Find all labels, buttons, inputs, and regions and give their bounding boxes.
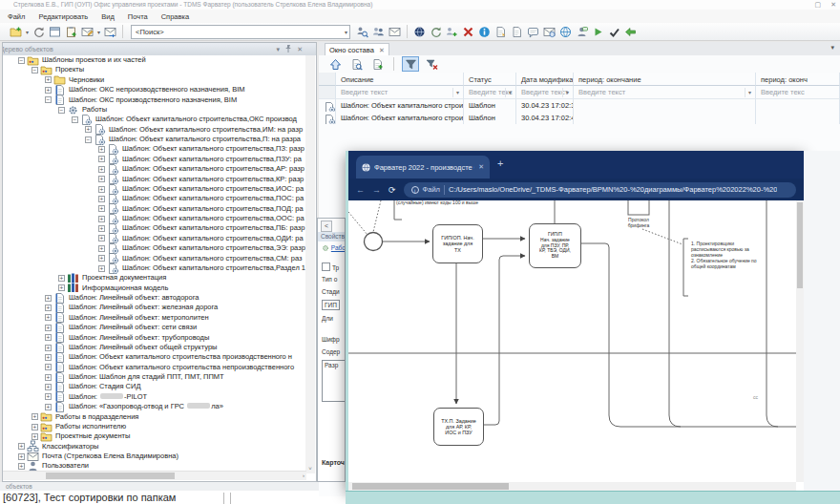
toolbar-contact-search-button[interactable] <box>354 24 370 39</box>
expand-icon[interactable]: + <box>45 295 52 302</box>
browser-vertical-scrollbar[interactable] <box>796 200 804 482</box>
table-row[interactable]: Шаблон: Объект капитального строительс..… <box>319 112 840 124</box>
tree-item[interactable]: −Шаблон: Объект капитального строительст… <box>3 115 306 124</box>
toolbar-refresh-button[interactable] <box>31 24 47 39</box>
expand-icon[interactable]: + <box>32 413 38 420</box>
tree-item[interactable]: +Шаблон: Объект капитального строительст… <box>3 144 306 154</box>
expand-icon[interactable]: + <box>98 205 105 212</box>
menu-item-1[interactable]: Редактировать <box>38 12 88 21</box>
expand-icon[interactable]: + <box>18 453 25 460</box>
comp-preview-button[interactable] <box>347 56 365 72</box>
toolbar-delete-x-button[interactable] <box>460 24 476 39</box>
expand-icon[interactable]: + <box>45 404 52 410</box>
expand-icon[interactable]: + <box>58 275 65 282</box>
close-button[interactable]: ✕ <box>830 0 836 10</box>
tree-item[interactable]: +Шаблон: Шаблон для стадий ППТ, ПМТ, ППМ… <box>3 372 306 382</box>
toolbar-apply-check-button[interactable] <box>606 24 622 39</box>
filter-cell[interactable]: Введите текс▾ <box>464 86 516 99</box>
tree-item[interactable]: +Проектная документация <box>3 273 306 283</box>
comp-export-add-button[interactable] <box>368 56 386 72</box>
expand-icon[interactable]: + <box>98 176 105 182</box>
expand-icon[interactable]: + <box>45 87 52 94</box>
tree-item[interactable]: −Проекты <box>3 65 306 74</box>
tree-item[interactable]: +Проектные документы <box>3 431 306 441</box>
dropdown-icon[interactable]: ▾ <box>95 29 102 35</box>
tree-item[interactable]: +Шаблон: Линейный объект: метрополитен <box>3 313 306 323</box>
tree-vertical-scrollbar[interactable]: ˅ <box>305 55 315 473</box>
tree-item[interactable]: +Шаблон: -PILOT <box>3 392 306 402</box>
page-info-icon[interactable]: i <box>411 186 419 194</box>
tree-item[interactable]: +Шаблон: Линейный объект: трубопроводы <box>3 333 306 343</box>
tab-composition[interactable]: Окно состава ✕ <box>325 43 389 56</box>
toolbar-back-arrow-button[interactable] <box>622 24 639 39</box>
expand-icon[interactable]: + <box>45 345 52 351</box>
url-field[interactable]: i Файл C:/Users/maslo/OneDrive/_TDMS-Фар… <box>404 182 796 198</box>
tree-item[interactable]: +Классификаторы <box>3 442 306 452</box>
card-tab[interactable]: Карточка <box>322 459 346 466</box>
forward-icon[interactable]: → <box>372 185 381 195</box>
menu-item-4[interactable]: Справка <box>161 12 189 21</box>
toolbar-refresh-circle-button[interactable] <box>428 24 444 39</box>
tree-item[interactable]: +Шаблон: ОКС непроизводственного назначе… <box>3 85 306 94</box>
expand-icon[interactable]: + <box>45 393 52 400</box>
comp-funnel-clear-button[interactable] <box>423 56 440 72</box>
expand-icon[interactable]: + <box>45 304 52 311</box>
collapse-icon[interactable]: − <box>45 96 52 103</box>
comp-funnel-button[interactable] <box>402 56 419 72</box>
tree-item[interactable]: +Шаблон: Объект капитального строительст… <box>3 263 306 273</box>
object-link[interactable]: Работа <box>322 244 346 252</box>
props-input-gip[interactable]: ГИП <box>322 300 340 310</box>
expand-icon[interactable]: + <box>85 126 92 133</box>
tree-item[interactable]: +Шаблон: Объект капитального строительст… <box>3 204 306 214</box>
dropdown-icon[interactable]: ▾ <box>562 88 572 97</box>
dropdown-icon[interactable]: ▾ <box>505 88 514 97</box>
table-row[interactable]: Шаблон: Объект капитального строительс..… <box>319 99 840 112</box>
expand-icon[interactable]: + <box>45 354 52 361</box>
toolbar-notes-button[interactable] <box>493 24 509 39</box>
expand-icon[interactable]: + <box>45 314 52 321</box>
toolbar-user-chat-button[interactable] <box>574 24 590 39</box>
expand-icon[interactable]: + <box>58 284 65 291</box>
toolbar-mail-button[interactable] <box>387 24 403 39</box>
collapse-icon[interactable]: − <box>32 67 38 74</box>
tree-item[interactable]: +Шаблон: Линейный объект общей структуры <box>3 343 306 352</box>
toolbar-globe-button[interactable] <box>557 24 574 39</box>
tree-item[interactable]: −Шаблон: Объект капитального строительст… <box>3 135 306 144</box>
expand-icon[interactable]: + <box>32 433 38 440</box>
expand-icon[interactable]: + <box>45 76 52 83</box>
menu-item-2[interactable]: Вид <box>101 12 115 21</box>
toolbar-comment-button[interactable] <box>525 24 541 39</box>
expand-icon[interactable]: + <box>45 374 52 381</box>
toolbar-window-view-button[interactable] <box>47 24 63 39</box>
expand-icon[interactable]: + <box>98 255 105 262</box>
collapse-icon[interactable]: − <box>72 116 78 123</box>
expand-icon[interactable]: + <box>98 146 105 153</box>
task-box-3[interactable]: ТХ.П. Заданиедля АР, КР,ИОС и ПЗУ <box>433 408 484 446</box>
expand-icon[interactable]: + <box>98 235 105 242</box>
expand-icon[interactable]: + <box>98 216 105 222</box>
dropdown-icon[interactable]: ▾ <box>24 29 31 35</box>
task-box-1[interactable]: ГИП/ОП. Нач.задание дляТХ <box>432 224 483 263</box>
expand-icon[interactable]: + <box>32 424 38 430</box>
expand-icon[interactable]: + <box>98 156 105 162</box>
tab-close-icon[interactable]: ✕ <box>478 163 484 171</box>
close-panel-icon[interactable]: ✕ <box>297 46 303 53</box>
tree-item[interactable]: +Информационная модель <box>3 284 306 293</box>
tree-item[interactable]: +Шаблон: Объект капитального строительст… <box>3 254 306 263</box>
task-box-2[interactable]: ГИП/ПНач. заданиедля ПЗУ, ПР,КР, ТБЭ, ОД… <box>529 223 581 268</box>
search-combo[interactable]: <Поиск>▾ <box>131 25 350 39</box>
collapse-icon[interactable]: − <box>58 107 65 114</box>
collapse-icon[interactable]: − <box>85 136 92 143</box>
menu-item-0[interactable]: Файл <box>8 12 25 21</box>
tree-item[interactable]: +Шаблон: Линейный объект: железная дорог… <box>3 303 306 312</box>
toolbar-new-folder-button[interactable] <box>8 24 24 39</box>
panel-menu-icon[interactable]: ▾ <box>277 46 281 53</box>
back-icon[interactable]: ← <box>356 185 365 195</box>
filter-cell[interactable]: Введите текст▾ <box>574 86 756 99</box>
browser-tab[interactable]: Фарватер 2022 - производсте С ✕ <box>356 156 490 178</box>
tree-item[interactable]: +Шаблон: Объект капитального строительст… <box>3 164 306 174</box>
tree-item[interactable]: +Почта (Стрелкова Елена Владимировна) <box>3 452 306 461</box>
expand-icon[interactable]: + <box>98 186 105 193</box>
tree-item[interactable]: +Шаблон: Объект капитального строительст… <box>3 223 306 233</box>
toolbar-mail-compose-button[interactable] <box>79 24 95 39</box>
